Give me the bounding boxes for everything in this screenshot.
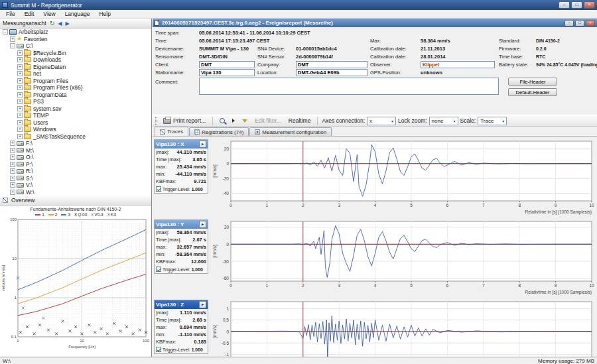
expand-icon[interactable]: +: [17, 85, 23, 90]
tree-item[interactable]: +$Recycle.Bin: [0, 50, 151, 57]
tree-item[interactable]: +Downloads: [0, 56, 151, 64]
doc-maximize-button[interactable]: □: [575, 20, 584, 27]
trace-chart-y[interactable]: -60-30030012345678910[mm/s]Relativtime i…: [211, 218, 596, 296]
tree-item[interactable]: +S:\: [0, 175, 151, 182]
tree-item[interactable]: +V:\: [0, 182, 151, 189]
expand-icon[interactable]: +: [17, 92, 23, 97]
menu-help[interactable]: Help: [94, 10, 115, 19]
edit-filter-button[interactable]: Edit filter...: [252, 117, 284, 125]
channel-panel-z[interactable]: Vipa130 : Z ▸ |max|:1.110 mm/s Time |max…: [154, 300, 208, 354]
axes-connection-select[interactable]: x ▾: [367, 117, 396, 125]
tree-item[interactable]: +W:\: [0, 189, 151, 196]
expand-icon[interactable]: +: [10, 168, 15, 174]
menu-view[interactable]: View: [38, 10, 60, 19]
comment-textarea[interactable]: [199, 78, 499, 95]
channel-header-z[interactable]: Vipa130 : Z ▸: [155, 300, 208, 309]
expand-icon[interactable]: +: [17, 71, 23, 76]
tree-item[interactable]: +net: [0, 70, 151, 78]
expand-icon[interactable]: ▸: [199, 221, 206, 228]
lock-zoom-select[interactable]: none ▾: [429, 117, 458, 125]
realtime-button[interactable]: Realtime: [286, 117, 314, 125]
tab-registrations[interactable]: Registrations (74): [189, 127, 249, 136]
tree-item[interactable]: +Program Files: [0, 78, 151, 85]
expand-icon[interactable]: +: [10, 176, 15, 181]
tree-item[interactable]: +Users: [0, 119, 151, 127]
back-icon[interactable]: ◀: [58, 21, 62, 27]
tab-measurement-configuration[interactable]: Measurement configuration: [249, 127, 332, 136]
stationname-input[interactable]: [199, 69, 255, 76]
zoom-tool-button[interactable]: [217, 117, 228, 124]
pointer-tool-button[interactable]: [230, 118, 237, 123]
tree-item[interactable]: +ProgramData: [0, 91, 151, 99]
tree-item[interactable]: +R:\: [0, 168, 151, 175]
expand-icon[interactable]: +: [10, 154, 15, 160]
tree-item[interactable]: +F:\: [0, 140, 151, 147]
refresh-icon[interactable]: ↻: [50, 21, 55, 27]
collapse-icon[interactable]: -: [10, 43, 15, 48]
close-button[interactable]: ×: [584, 1, 595, 9]
filter-tool-button[interactable]: [239, 119, 250, 123]
tree-item[interactable]: +Program Files (x86): [0, 84, 151, 91]
client-input[interactable]: [199, 61, 255, 68]
print-report-button[interactable]: Print report...: [161, 117, 208, 125]
location-input[interactable]: [296, 69, 367, 76]
default-header-button[interactable]: Default-Header: [508, 88, 557, 96]
channel-panel-x[interactable]: Vipa130 : X ▸ |max|:44.310 mm/s Time |ma…: [154, 139, 208, 194]
expand-icon[interactable]: +: [10, 141, 15, 146]
tree-item[interactable]: -Arbeitsplatz: [0, 29, 151, 36]
menu-file[interactable]: File: [1, 10, 20, 19]
expand-icon[interactable]: +: [17, 120, 23, 125]
file-header-button[interactable]: File-Header: [508, 78, 557, 86]
channel-header-x[interactable]: Vipa130 : X ▸: [155, 140, 208, 149]
svg-text:10: 10: [589, 283, 594, 288]
expand-icon[interactable]: +: [10, 148, 15, 153]
tree-item[interactable]: +★Favoriten: [0, 36, 151, 43]
tree-item[interactable]: +EigeneDaten: [0, 64, 151, 71]
trigger-level-checkbox[interactable]: [156, 186, 161, 192]
expand-icon[interactable]: +: [10, 162, 15, 167]
expand-icon[interactable]: +: [10, 182, 15, 188]
expand-icon[interactable]: +: [17, 78, 23, 84]
tree-item[interactable]: +system.sav: [0, 105, 151, 113]
trigger-level-checkbox[interactable]: [156, 267, 161, 272]
channel-header-y[interactable]: Vipa130 : Y ▸: [155, 220, 208, 229]
overview-chart[interactable]: 1101000.1110100velocity [mm/s]Frequency …: [0, 217, 150, 350]
expand-icon[interactable]: +: [17, 134, 23, 139]
menu-edit[interactable]: Edit: [20, 10, 39, 19]
menu-language[interactable]: Language: [60, 10, 95, 19]
doc-close-button[interactable]: ×: [586, 20, 595, 27]
forward-icon[interactable]: ▶: [65, 21, 69, 27]
expand-icon[interactable]: +: [17, 50, 23, 56]
tab-traces[interactable]: Traces: [155, 127, 188, 136]
expand-icon[interactable]: ▸: [199, 301, 206, 308]
expand-icon[interactable]: +: [17, 99, 23, 104]
tree-item[interactable]: +M:\: [0, 147, 151, 154]
expand-icon[interactable]: +: [17, 64, 23, 70]
channel-panel-y[interactable]: Vipa130 : Y ▸ |max|:58.364 mm/s Time |ma…: [154, 219, 208, 274]
expand-icon[interactable]: +: [17, 113, 23, 118]
minimize-button[interactable]: –: [559, 1, 570, 9]
tree-item[interactable]: +P:\: [0, 161, 151, 168]
expand-icon[interactable]: ▸: [199, 141, 206, 148]
expand-icon[interactable]: +: [10, 190, 15, 195]
expand-icon[interactable]: +: [17, 57, 23, 62]
trace-chart-x[interactable]: -40-20020012345678910[mm/s]Relativtime i…: [211, 138, 596, 215]
expand-icon[interactable]: +: [17, 106, 23, 111]
scale-select[interactable]: Trace ▾: [478, 117, 507, 125]
maximize-button[interactable]: □: [571, 1, 582, 9]
expand-icon[interactable]: +: [10, 36, 15, 42]
observer-input[interactable]: [421, 61, 495, 68]
expand-icon[interactable]: +: [17, 127, 23, 132]
folder-tree[interactable]: -Arbeitsplatz+★Favoriten-C:\+$Recycle.Bi…: [0, 29, 151, 196]
tree-item[interactable]: +_SMSTaskSequence: [0, 133, 151, 141]
tree-item[interactable]: +O:\: [0, 154, 151, 161]
tree-item[interactable]: +TEMP: [0, 112, 151, 119]
tree-item[interactable]: +PS3: [0, 98, 151, 105]
company-input[interactable]: [296, 61, 367, 68]
doc-minimize-button[interactable]: –: [564, 20, 574, 27]
trace-chart-z[interactable]: -1-0.500.51012345678910[mm/s]Relativtime…: [211, 298, 596, 364]
tree-item[interactable]: -C:\: [0, 42, 151, 50]
collapse-icon[interactable]: -: [3, 29, 8, 34]
trigger-level-checkbox[interactable]: [156, 347, 161, 352]
tree-item[interactable]: +Windows: [0, 126, 151, 133]
